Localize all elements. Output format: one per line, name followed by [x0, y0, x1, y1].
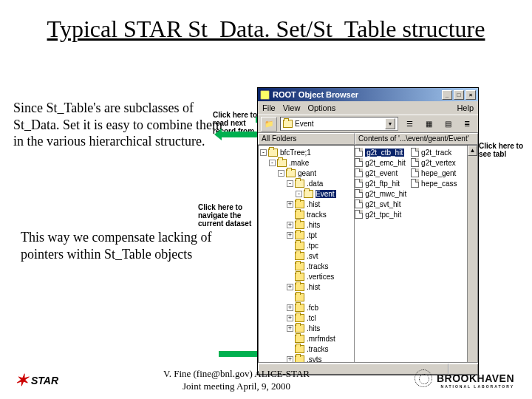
folder-icon [283, 120, 293, 128]
folder-icon [295, 242, 304, 250]
list-item[interactable]: g2t_ftp_hit [355, 178, 411, 188]
file-icon [355, 200, 363, 208]
slide-footer: ✶ STAR V. Fine (fine@bnl.gov) ALICE-STAR… [0, 368, 532, 393]
toolbar-up-button[interactable]: 📁 [261, 117, 277, 132]
list-item-label: g2t_mwc_hit [365, 190, 406, 198]
scroll-up-button[interactable]: ▲ [468, 146, 477, 156]
tree-item[interactable]: +.tcl [259, 313, 354, 323]
tree-item[interactable]: .mrfmdst [259, 333, 354, 344]
list-pane: g2t_ctb_hitg2t_emc_hitg2t_eventg2t_ftp_h… [355, 146, 467, 362]
tree-item[interactable]: -Event [259, 188, 354, 199]
folder-icon [295, 335, 304, 343]
expand-icon[interactable]: + [287, 356, 293, 363]
collapse-icon[interactable]: - [287, 180, 293, 187]
tree-item[interactable]: +.hist [259, 282, 354, 292]
folder-icon [295, 324, 304, 332]
list-item[interactable]: hepe_gent [411, 168, 467, 178]
collapse-icon[interactable]: - [278, 170, 284, 177]
tree-item[interactable]: .svt [259, 250, 354, 261]
file-icon [411, 158, 419, 167]
file-icon [355, 168, 363, 177]
toolbar-btn-list[interactable]: ☰ [401, 117, 417, 132]
brookhaven-text: BROOKHAVEN [437, 372, 514, 384]
list-item-label: g2t_ctb_hit [365, 149, 404, 157]
tree-item[interactable]: .tpc [259, 240, 354, 250]
folder-icon [295, 221, 304, 229]
collapse-icon[interactable]: - [296, 191, 302, 197]
tree-item[interactable] [259, 292, 354, 302]
tree-item[interactable]: .tracks [259, 261, 354, 271]
expand-icon[interactable]: + [287, 284, 293, 290]
menu-view[interactable]: View [283, 103, 301, 112]
toolbar-btn-small[interactable]: ▤ [440, 117, 456, 132]
list-item[interactable]: g2t_track [411, 147, 467, 157]
tree-item[interactable]: +.hits [259, 219, 354, 230]
tree-item-label: .data [307, 180, 323, 188]
scrollbar-vertical[interactable]: ▲ [467, 146, 477, 362]
tree-item[interactable]: +.hits [259, 323, 354, 333]
list-item[interactable]: g2t_svt_hit [355, 199, 411, 209]
tree-item[interactable]: -bfcTree;1 [259, 147, 354, 157]
right-column-header[interactable]: Contents of '...\event/geant/Event' [355, 133, 478, 145]
list-item[interactable]: g2t_mwc_hit [355, 188, 411, 199]
folder-icon [295, 273, 304, 281]
folder-tree[interactable]: -bfcTree;1-.make-geant-.data-Event+.hist… [259, 146, 354, 362]
window-title: ROOT Object Browser [273, 90, 358, 99]
expand-icon[interactable]: + [287, 222, 293, 228]
list-item[interactable]: hepe_cass [411, 178, 467, 188]
star-logo: ✶ STAR [15, 372, 58, 389]
menu-file[interactable]: File [262, 103, 276, 112]
tree-item[interactable]: +.fcb [259, 302, 354, 313]
maximize-button[interactable]: □ [454, 90, 464, 100]
tree-item[interactable]: -.make [259, 157, 354, 168]
tree-item[interactable]: +.tpt [259, 230, 354, 240]
folder-icon [295, 355, 304, 363]
tree-item-label: .svt [307, 252, 318, 260]
minimize-button[interactable]: _ [442, 90, 452, 100]
menu-help[interactable]: Help [457, 103, 474, 112]
collapse-icon[interactable]: - [260, 149, 267, 156]
file-icon [355, 210, 363, 219]
brookhaven-subtext: NATIONAL LABORATORY [437, 384, 514, 389]
column-headers: All Folders Contents of '...\event/geant… [258, 133, 478, 145]
left-column-header[interactable]: All Folders [258, 133, 355, 145]
atom-icon [415, 369, 432, 387]
list-item-label: g2t_tpc_hit [365, 211, 401, 219]
list-item[interactable]: g2t_emc_hit [355, 157, 411, 168]
toolbar-btn-icons[interactable]: ▦ [420, 117, 437, 132]
tree-item-label: tracks [307, 211, 327, 219]
collapse-icon[interactable]: - [269, 160, 276, 166]
window-titlebar[interactable]: ROOT Object Browser _ □ × [258, 88, 478, 101]
list-item[interactable]: g2t_vertex [411, 157, 467, 168]
list-item-label: g2t_svt_hit [365, 200, 400, 208]
file-icon [411, 168, 419, 177]
chevron-down-icon[interactable]: ▼ [385, 118, 395, 129]
expand-icon[interactable]: + [287, 232, 293, 239]
path-combo[interactable]: Event ▼ [280, 117, 398, 131]
tree-item[interactable]: .tracks [259, 344, 354, 354]
close-button[interactable]: × [466, 90, 476, 100]
list-item[interactable]: g2t_ctb_hit [355, 147, 411, 157]
file-list[interactable]: g2t_ctb_hitg2t_emc_hitg2t_eventg2t_ftp_h… [355, 146, 467, 362]
file-icon [355, 158, 363, 167]
expand-icon[interactable]: + [287, 201, 293, 208]
list-item[interactable]: g2t_event [355, 168, 411, 178]
tree-item[interactable]: -geant [259, 168, 354, 178]
toolbar-btn-detail[interactable]: ≣ [459, 117, 475, 132]
paragraph-2: This way we compensate lacking of pointe… [21, 229, 242, 262]
menu-options[interactable]: Options [307, 103, 335, 112]
tree-item[interactable]: -.data [259, 178, 354, 188]
tree-item[interactable]: .vertices [259, 271, 354, 282]
expand-icon[interactable]: + [287, 315, 293, 321]
expand-icon[interactable]: + [287, 304, 293, 311]
hint-see-table: Click here to see tabl [479, 142, 531, 158]
tree-item-label: geant [298, 169, 316, 177]
file-icon [355, 148, 363, 157]
tree-item[interactable]: tracks [259, 209, 354, 219]
list-item[interactable]: g2t_tpc_hit [355, 209, 411, 219]
root-object-browser-window: ROOT Object Browser _ □ × File View Opti… [257, 87, 479, 375]
expand-icon[interactable]: + [287, 325, 293, 332]
tree-item[interactable]: +.hist [259, 199, 354, 209]
tree-item-label: .tracks [307, 262, 328, 270]
tree-item[interactable]: +.svts [259, 354, 354, 362]
